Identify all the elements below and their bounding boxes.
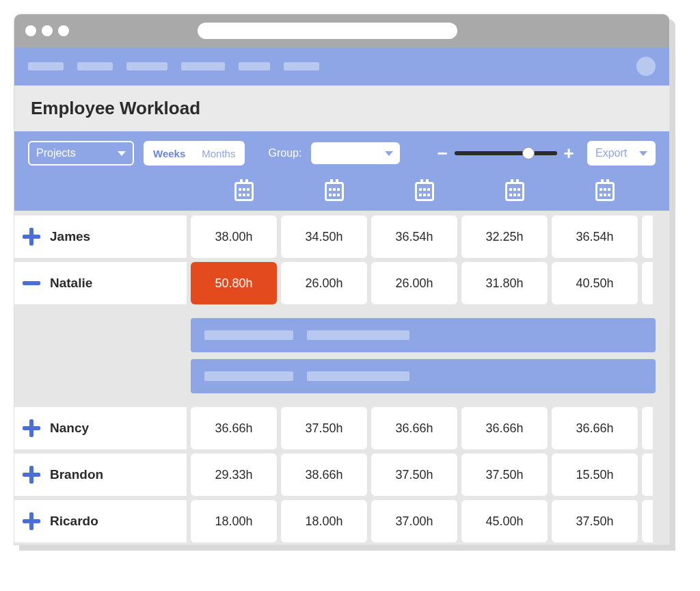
calendar-header-row: [28, 175, 656, 211]
hours-cell[interactable]: 37.50h: [281, 407, 367, 449]
hours-cell-edge: [642, 407, 653, 449]
hours-cell[interactable]: 26.00h: [281, 262, 367, 304]
nav-item[interactable]: [77, 62, 113, 70]
employee-name-cell[interactable]: Natalie: [14, 262, 187, 304]
view-months-tab[interactable]: Months: [193, 142, 243, 164]
hours-cell[interactable]: 37.00h: [371, 500, 457, 542]
minus-icon[interactable]: [23, 274, 40, 292]
hours-cell[interactable]: 32.25h: [461, 215, 548, 258]
projects-dropdown-label: Projects: [36, 147, 76, 159]
employee-name-cell[interactable]: Brandon: [14, 454, 187, 496]
address-bar[interactable]: [198, 23, 457, 39]
app-window: Employee Workload Projects Weeks Months …: [14, 14, 670, 545]
window-control-dot[interactable]: [42, 25, 53, 36]
hours-cell[interactable]: 34.50h: [281, 215, 367, 258]
window-control-dot[interactable]: [25, 25, 36, 36]
calendar-icon[interactable]: [415, 182, 434, 201]
table-row: James 38.00h 34.50h 36.54h 32.25h 36.54h: [14, 213, 669, 260]
nav-item[interactable]: [28, 62, 64, 70]
hours-cell[interactable]: 36.66h: [552, 407, 638, 449]
employee-name: Nancy: [50, 421, 89, 436]
hours-cell[interactable]: 37.50h: [461, 454, 548, 496]
task-bar[interactable]: [191, 359, 656, 393]
zoom-slider[interactable]: [455, 151, 557, 155]
employee-name: James: [50, 229, 90, 244]
hours-cell[interactable]: 38.00h: [191, 215, 277, 258]
task-label-placeholder: [307, 371, 409, 381]
hours-cell-edge: [642, 215, 653, 258]
task-bar[interactable]: [191, 318, 656, 352]
chevron-down-icon: [385, 151, 393, 156]
chevron-down-icon: [118, 151, 126, 156]
view-weeks-tab[interactable]: Weeks: [145, 142, 193, 164]
hours-cell[interactable]: 45.00h: [461, 500, 548, 542]
nav-item[interactable]: [181, 62, 225, 70]
hours-cell[interactable]: 36.54h: [552, 215, 638, 258]
table-row: Brandon 29.33h 38.66h 37.50h 37.50h 15.5…: [14, 451, 669, 498]
toolbar: Projects Weeks Months Group: − + Export: [14, 131, 669, 211]
hours-cell-edge: [642, 262, 653, 304]
hours-cell-edge: [642, 500, 653, 542]
group-select[interactable]: [311, 142, 400, 164]
workload-grid: James 38.00h 34.50h 36.54h 32.25h 36.54h…: [14, 211, 669, 544]
task-label-placeholder: [204, 330, 293, 340]
hours-cell[interactable]: 38.66h: [281, 454, 367, 496]
hours-cell[interactable]: 36.54h: [371, 215, 457, 258]
page-title-bar: Employee Workload: [14, 86, 669, 131]
view-segmented-control: Weeks Months: [144, 141, 245, 166]
plus-icon[interactable]: [23, 512, 40, 530]
hours-cell[interactable]: 37.50h: [552, 500, 638, 542]
employee-name-cell[interactable]: Ricardo: [14, 500, 187, 542]
export-label: Export: [595, 147, 627, 159]
calendar-icon[interactable]: [325, 182, 344, 201]
page-title: Employee Workload: [31, 98, 653, 119]
calendar-icon[interactable]: [234, 182, 254, 201]
hours-cell[interactable]: 15.50h: [552, 454, 638, 496]
employee-name: Natalie: [50, 276, 92, 291]
calendar-icon[interactable]: [595, 182, 615, 201]
task-label-placeholder: [307, 330, 409, 340]
hours-cell[interactable]: 18.00h: [281, 500, 367, 542]
hours-cell[interactable]: 40.50h: [552, 262, 638, 304]
nav-item[interactable]: [239, 62, 270, 70]
employee-name-cell[interactable]: Nancy: [14, 407, 187, 449]
main-nav: [14, 47, 669, 86]
hours-cell[interactable]: 36.66h: [461, 407, 548, 449]
employee-name: Brandon: [50, 467, 103, 482]
avatar[interactable]: [636, 57, 656, 76]
task-label-placeholder: [204, 371, 293, 381]
table-row: Ricardo 18.00h 18.00h 37.00h 45.00h 37.5…: [14, 498, 669, 544]
hours-cell-overload[interactable]: 50.80h: [191, 262, 277, 304]
table-row: Natalie 50.80h 26.00h 26.00h 31.80h 40.5…: [14, 260, 669, 306]
table-row: Nancy 36.66h 37.50h 36.66h 36.66h 36.66h: [14, 405, 669, 451]
calendar-icon[interactable]: [505, 182, 524, 201]
nav-item[interactable]: [126, 62, 167, 70]
hours-cell[interactable]: 36.66h: [371, 407, 457, 449]
plus-icon[interactable]: [23, 228, 40, 246]
export-button[interactable]: Export: [587, 141, 656, 166]
hours-cell[interactable]: 18.00h: [191, 500, 277, 542]
zoom-control: − +: [437, 144, 574, 162]
plus-icon[interactable]: [23, 419, 40, 437]
hours-cell[interactable]: 36.66h: [191, 407, 277, 449]
zoom-slider-thumb[interactable]: [522, 147, 535, 159]
hours-cell[interactable]: 29.33h: [191, 454, 277, 496]
group-label: Group:: [268, 147, 301, 159]
projects-dropdown[interactable]: Projects: [28, 141, 134, 166]
employee-name: Ricardo: [50, 514, 98, 529]
plus-icon[interactable]: [23, 466, 40, 484]
nav-item[interactable]: [284, 62, 319, 70]
window-control-dot[interactable]: [58, 25, 69, 36]
chevron-down-icon: [639, 151, 647, 156]
employee-name-cell[interactable]: James: [14, 215, 187, 258]
hours-cell[interactable]: 37.50h: [371, 454, 457, 496]
hours-cell[interactable]: 26.00h: [371, 262, 457, 304]
hours-cell[interactable]: 31.80h: [461, 262, 548, 304]
zoom-out-button[interactable]: −: [437, 144, 447, 162]
employee-detail-panel: [14, 306, 669, 405]
hours-cell-edge: [642, 454, 653, 496]
zoom-in-button[interactable]: +: [564, 144, 574, 162]
window-titlebar: [14, 14, 669, 47]
